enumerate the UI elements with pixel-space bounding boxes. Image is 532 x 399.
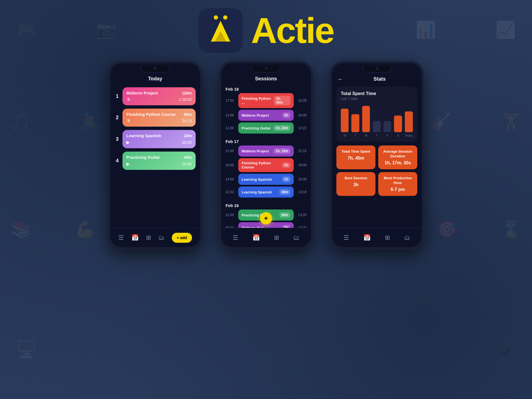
task-list: 1 Midterm Project 120m ⏸ 1:26:02 bbox=[110, 85, 200, 228]
calendar-icon[interactable]: 📅 bbox=[363, 234, 371, 241]
chart-title: Total Spent Time bbox=[341, 91, 413, 96]
session-name: Finishing Python ... bbox=[242, 96, 274, 105]
phone-today: Today 1 Midterm Project 120m ⏸ 1:26:02 bbox=[108, 61, 202, 249]
fab-add-button[interactable]: + bbox=[260, 212, 272, 224]
session-item[interactable]: 12:32 Learning Spanish 46m 13:18 bbox=[226, 186, 306, 198]
session-duration: 2h bbox=[282, 225, 290, 228]
session-end-time: 13:20 bbox=[296, 213, 306, 217]
archive-icon[interactable]: 🗂 bbox=[404, 234, 410, 241]
task-name: Learning Spanish bbox=[126, 133, 161, 138]
session-duration: 50m bbox=[279, 212, 290, 218]
stats-cards: Total Time Spent 7h, 45m Average Session… bbox=[336, 145, 417, 196]
add-button-label: + add bbox=[177, 236, 187, 240]
task-card-midterm[interactable]: Midterm Project 120m ⏸ 1:26:02 bbox=[122, 87, 196, 105]
bottom-nav: ☰ 📅 ⊞ 🗂 + add bbox=[110, 228, 200, 247]
task-name: Midterm Project bbox=[126, 91, 158, 95]
stat-card-title: Most Productive Hour bbox=[382, 176, 414, 185]
session-item[interactable]: 16:00 Finishing Python Course 2h 18:00 bbox=[226, 158, 306, 172]
task-card-python[interactable]: Finishing Python Course 60m ⏸ 24:15 bbox=[122, 109, 196, 127]
task-number: 2 bbox=[115, 115, 120, 121]
grid-icon[interactable]: ⊞ bbox=[274, 234, 279, 241]
stats-content: Total Spent Time Last 7 days M T bbox=[332, 85, 422, 228]
session-item[interactable]: 21:00 Midterm Project 1h, 15m 22:15 bbox=[226, 145, 306, 157]
sessions-list: Feb 18 17:54 Finishing Python ... 1h, 35… bbox=[221, 85, 311, 228]
session-bar-python[interactable]: Finishing Python Course 2h bbox=[238, 158, 294, 172]
play-icon[interactable]: ▶ bbox=[126, 161, 130, 167]
task-number: 3 bbox=[115, 136, 120, 142]
session-item[interactable]: 17:54 Finishing Python ... 1h, 35m 19:29 bbox=[226, 93, 306, 108]
bar-chart: M T W T bbox=[341, 104, 413, 137]
fab-icon: + bbox=[264, 214, 268, 222]
session-bar-spanish[interactable]: Learning Spanish 1h bbox=[238, 174, 294, 185]
session-item[interactable]: 14:00 Learning Spanish 1h 15:00 bbox=[226, 174, 306, 185]
session-name: Midterm Project bbox=[242, 113, 269, 117]
stat-card-productive-hour: Most Productive Hour 6-7 pm bbox=[378, 172, 417, 196]
session-end-time: 22:15 bbox=[296, 149, 306, 153]
grid-icon[interactable]: ⊞ bbox=[385, 234, 390, 241]
bar-f bbox=[383, 121, 391, 132]
archive-icon[interactable]: 🗂 bbox=[158, 234, 164, 241]
app-title: Actie bbox=[251, 12, 334, 48]
task-number: 4 bbox=[115, 158, 120, 164]
task-row: 2 Finishing Python Course 60m ⏸ 24:15 bbox=[115, 109, 196, 127]
bar-col-th: T bbox=[373, 104, 380, 137]
play-icon[interactable]: ▶ bbox=[126, 140, 130, 145]
bar-label-m: M bbox=[344, 134, 346, 137]
back-button[interactable]: ← bbox=[337, 76, 343, 82]
session-start-time: 08:30 bbox=[226, 226, 236, 228]
bar-col-today: Today bbox=[405, 104, 413, 137]
pause-icon[interactable]: ⏸ bbox=[126, 118, 131, 123]
session-name: Midterm Project bbox=[242, 149, 269, 153]
calendar-icon[interactable]: 📅 bbox=[252, 234, 260, 241]
calendar-icon[interactable]: 📅 bbox=[131, 234, 139, 241]
session-bar-guitar[interactable]: Practicing Guitar 1h, 22m bbox=[238, 122, 294, 134]
date-label: Feb 18 bbox=[226, 85, 306, 93]
task-number: 1 bbox=[115, 93, 120, 99]
chart-section: Total Spent Time Last 7 days M T bbox=[336, 87, 417, 142]
bar-col-t: T bbox=[351, 104, 359, 137]
session-duration: 1h, 35m bbox=[274, 96, 290, 105]
menu-icon[interactable]: ☰ bbox=[118, 234, 124, 241]
session-duration: 3h bbox=[282, 112, 290, 118]
stat-card-title: Average Session Duration bbox=[382, 149, 414, 159]
session-end-time: 10:30 bbox=[296, 226, 306, 228]
task-card-spanish[interactable]: Learning Spanish 20m ▶ 00:00 bbox=[122, 130, 196, 148]
session-bar-midterm[interactable]: Midterm Project 3h bbox=[238, 110, 294, 121]
session-end-time: 18:00 bbox=[296, 163, 306, 167]
date-label: Feb 16 bbox=[226, 201, 306, 209]
menu-icon[interactable]: ☰ bbox=[233, 234, 238, 241]
pause-icon[interactable]: ⏸ bbox=[126, 97, 131, 102]
grid-icon[interactable]: ⊞ bbox=[146, 234, 151, 241]
bottom-nav-stats: ☰ 📅 ⊞ 🗂 bbox=[332, 228, 422, 247]
session-bar-spanish-2[interactable]: Learning Spanish 46m bbox=[238, 186, 294, 198]
bar-col-f: F bbox=[383, 104, 391, 137]
add-button[interactable]: + add bbox=[172, 233, 192, 243]
stat-card-value: 7h, 45m bbox=[340, 156, 372, 161]
session-start-time: 11:00 bbox=[226, 126, 236, 130]
task-elapsed: 00:00 bbox=[182, 140, 192, 145]
session-name: Midterm Proj... bbox=[242, 226, 267, 228]
session-bar-midterm[interactable]: Midterm Project 1h, 15m bbox=[238, 145, 294, 157]
app-header: Actie bbox=[0, 0, 532, 53]
today-header: Today bbox=[110, 63, 200, 85]
session-end-time: 12:22 bbox=[296, 126, 306, 130]
bar-w bbox=[362, 106, 370, 132]
phone-stats: ← Stats Total Spent Time Last 7 days M T bbox=[330, 61, 424, 249]
task-row: 3 Learning Spanish 20m ▶ 00:00 bbox=[115, 130, 196, 148]
bar-label-s: S bbox=[397, 134, 399, 137]
date-section-feb17: Feb 17 21:00 Midterm Project 1h, 15m 22:… bbox=[226, 137, 306, 199]
bar-col-s: S bbox=[394, 104, 402, 137]
session-name: Learning Spanish bbox=[242, 190, 272, 194]
session-item[interactable]: 13:00 Midterm Project 3h 16:00 bbox=[226, 110, 306, 121]
task-card-guitar[interactable]: Practicing Guitar 45m ▶ 00:00 bbox=[122, 152, 196, 170]
archive-icon[interactable]: 🗂 bbox=[293, 234, 299, 241]
session-end-time: 15:00 bbox=[296, 177, 306, 181]
session-bar-python[interactable]: Finishing Python ... 1h, 35m bbox=[238, 93, 294, 108]
task-duration: 45m bbox=[184, 155, 192, 160]
stat-card-best-session: Best Session 3h bbox=[336, 172, 375, 196]
menu-icon[interactable]: ☰ bbox=[344, 234, 349, 241]
session-item[interactable]: 11:00 Practicing Guitar 1h, 22m 12:22 bbox=[226, 122, 306, 134]
session-name: Finishing Python Course bbox=[242, 161, 282, 169]
stats-title: Stats bbox=[343, 76, 416, 82]
bar-col-m: M bbox=[341, 104, 349, 137]
